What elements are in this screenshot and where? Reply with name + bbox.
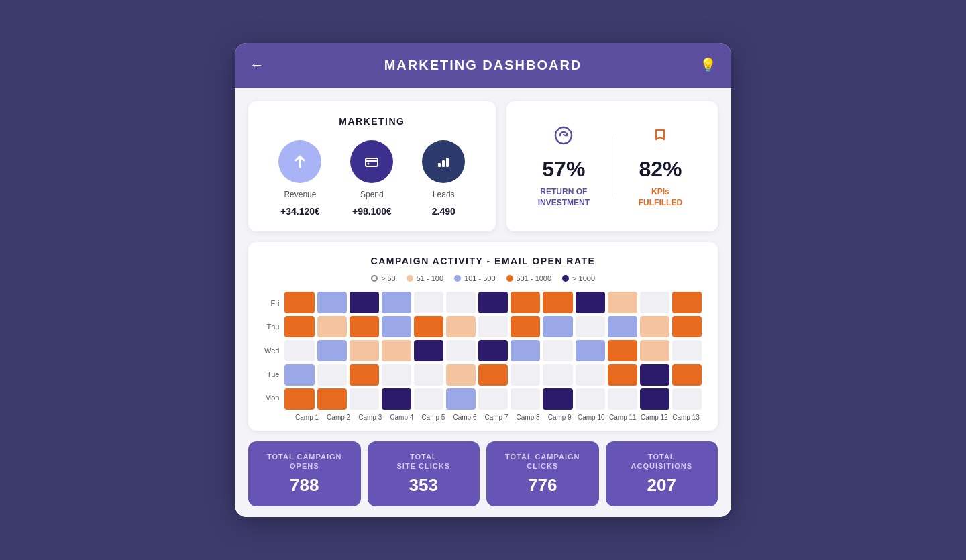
col-labels: Camp 1Camp 2Camp 3Camp 4Camp 5Camp 6Camp…: [264, 414, 702, 421]
lightbulb-icon: 💡: [700, 57, 716, 73]
stat-card-site-clicks: TOTALSITE CLICKS 353: [368, 441, 480, 507]
top-row: MARKETING Revenue +34.120€: [248, 101, 718, 231]
legend-dot-lilac: [454, 275, 461, 282]
heatmap-cell: [543, 340, 572, 361]
legend-dot-empty: [371, 275, 378, 282]
spend-circle: [350, 140, 393, 183]
stat-card-acquisitions: TOTALACQUISITIONS 207: [606, 441, 718, 507]
kpis-section: 82% KPIsFULFILLED: [619, 124, 702, 208]
roi-percent: 57%: [542, 157, 585, 182]
heatmap-cell: [608, 364, 637, 386]
heatmap-cell: [382, 388, 411, 410]
heatmap-cell: [576, 388, 605, 410]
heatmap-cell: [382, 316, 411, 337]
heatmap-cell: [446, 388, 476, 410]
dashboard-title: MARKETING DASHBOARD: [384, 58, 582, 73]
kpis-icon: [649, 124, 672, 152]
revenue-value: +34.120€: [280, 206, 320, 217]
acquisitions-title: TOTALACQUISITIONS: [631, 452, 692, 471]
campaign-title: CAMPAIGN ACTIVITY - EMAIL OPEN RATE: [264, 256, 702, 266]
heatmap-cell: [511, 388, 540, 410]
heatmap-row-wed: [284, 340, 702, 361]
leads-circle: [422, 140, 465, 183]
metric-revenue: Revenue +34.120€: [278, 140, 321, 217]
heatmap-cell: [576, 364, 605, 386]
legend-darkpurple: > 1000: [562, 274, 595, 282]
kpi-card: 57% RETURN OFINVESTMENT 82% KPIsFULFILLE…: [506, 101, 718, 231]
heatmap-cell: [382, 340, 411, 361]
kpis-label: KPIsFULFILLED: [639, 187, 682, 208]
heatmap-cell: [317, 388, 347, 410]
heatmap-cell: [478, 388, 508, 410]
heatmap-cell: [608, 388, 637, 410]
legend-peach: 51 - 100: [407, 274, 443, 282]
heatmap-cell: [543, 364, 572, 386]
kpi-divider: [612, 136, 612, 197]
campaign-card: CAMPAIGN ACTIVITY - EMAIL OPEN RATE > 50…: [248, 242, 718, 431]
site-clicks-value: 353: [409, 475, 438, 496]
col-label: Camp 9: [544, 414, 576, 421]
heatmap-cell: [350, 364, 379, 386]
heatmap-cell: [350, 292, 379, 313]
heatmap-cell: [478, 364, 508, 386]
col-label: Camp 8: [513, 414, 544, 421]
heatmap-cell: [478, 292, 508, 313]
dashboard-header: ← MARKETING DASHBOARD 💡: [235, 43, 731, 88]
campaign-clicks-value: 776: [528, 475, 557, 496]
col-label: Camp 6: [449, 414, 480, 421]
metric-leads: Leads 2.490: [422, 140, 465, 217]
heatmap-row-thu: [284, 316, 702, 337]
heatmap-cell: [382, 292, 411, 313]
heatmap-cell: [608, 316, 637, 337]
heatmap-cell: [414, 364, 443, 386]
heatmap-cell: [640, 364, 669, 386]
metric-spend: Spend +98.100€: [350, 140, 393, 217]
col-label: Camp 13: [670, 414, 702, 421]
col-label: Camp 11: [607, 414, 639, 421]
heatmap-grid: Fri Thu Wed Tue Mon: [264, 292, 702, 410]
heatmap-cell: [672, 388, 702, 410]
campaign-opens-title: TOTAL CAMPAIGNOPENS: [267, 452, 342, 471]
row-label-mon: Mon: [264, 387, 279, 408]
heatmap-row-tue: [284, 364, 702, 386]
legend-empty: > 50: [371, 274, 396, 282]
spend-label: Spend: [360, 190, 384, 199]
heatmap-cell: [511, 364, 540, 386]
heatmap-cell: [511, 316, 540, 337]
heatmap-cell: [511, 292, 540, 313]
back-button[interactable]: ←: [250, 56, 264, 74]
heatmap-cell: [672, 340, 702, 361]
heatmap-row-mon: [284, 388, 702, 410]
row-labels: Fri Thu Wed Tue Mon: [264, 292, 284, 410]
dashboard-body: MARKETING Revenue +34.120€: [235, 88, 731, 518]
row-label-thu: Thu: [264, 316, 279, 337]
heatmap-area: Fri Thu Wed Tue Mon Camp 1Camp 2Camp 3Ca…: [264, 292, 702, 421]
legend-label-0: > 50: [381, 274, 396, 282]
legend-label-3: 501 - 1000: [517, 274, 552, 282]
row-label-tue: Tue: [264, 363, 279, 385]
legend-row: > 50 51 - 100 101 - 500 501 - 1000 > 100…: [264, 274, 702, 282]
legend-label-4: > 1000: [572, 274, 595, 282]
heatmap-cell: [672, 364, 702, 386]
heatmap-cell: [672, 316, 702, 337]
heatmap-cell: [414, 292, 443, 313]
kpis-percent: 82%: [639, 157, 682, 182]
heatmap-cell: [576, 316, 605, 337]
acquisitions-value: 207: [647, 475, 676, 496]
svg-rect-4: [446, 158, 449, 167]
col-label: Camp 4: [386, 414, 417, 421]
dashboard-container: ← MARKETING DASHBOARD 💡 MARKETING Revenu…: [235, 43, 731, 518]
heatmap-cell: [317, 340, 347, 361]
svg-point-1: [368, 162, 370, 164]
col-label: Camp 5: [417, 414, 449, 421]
heatmap-cell: [414, 316, 443, 337]
col-label: Camp 2: [323, 414, 354, 421]
heatmap-cell: [284, 292, 314, 313]
heatmap-cell: [478, 340, 508, 361]
heatmap-cell: [640, 292, 669, 313]
legend-dot-peach: [407, 275, 413, 282]
legend-lilac: 101 - 500: [454, 274, 495, 282]
marketing-card: MARKETING Revenue +34.120€: [248, 101, 496, 231]
legend-dot-darkpurple: [562, 275, 569, 282]
bottom-stats: TOTAL CAMPAIGNOPENS 788 TOTALSITE CLICKS…: [248, 441, 718, 518]
